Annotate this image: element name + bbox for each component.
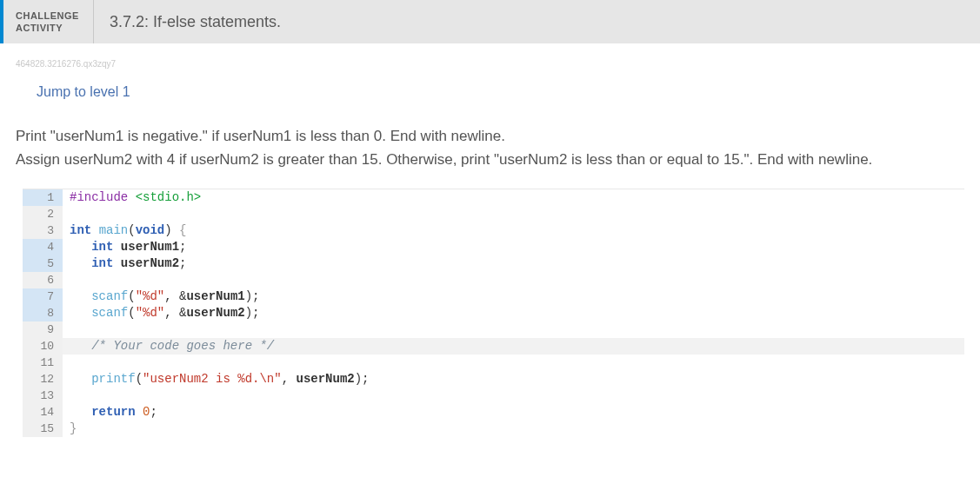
line-number: 12 [23, 371, 63, 388]
line-number: 5 [23, 255, 63, 272]
instruction-line-2: Assign userNum2 with 4 if userNum2 is gr… [16, 148, 963, 171]
code-line[interactable]: 1#include <stdio.h> [23, 189, 964, 206]
code-text[interactable]: scanf("%d", &userNum2); [63, 305, 964, 321]
code-line[interactable]: 6 [23, 272, 964, 288]
line-number: 15 [23, 421, 63, 437]
code-text[interactable] [63, 388, 964, 404]
code-text[interactable]: return 0; [63, 404, 964, 421]
code-line[interactable]: 8 scanf("%d", &userNum2); [23, 305, 964, 321]
line-number: 2 [23, 206, 63, 222]
line-number: 8 [23, 305, 63, 321]
activity-label-l1: CHALLENGE [16, 10, 79, 22]
code-text[interactable]: #include <stdio.h> [63, 189, 964, 206]
code-line[interactable]: 3int main(void) { [23, 222, 964, 239]
activity-title: 3.7.2: If-else statements. [94, 0, 297, 43]
code-line[interactable]: 2 [23, 206, 964, 222]
code-line[interactable]: 7 scanf("%d", &userNum1); [23, 288, 964, 305]
line-number: 10 [23, 338, 63, 355]
line-number: 1 [23, 189, 63, 206]
line-number: 3 [23, 222, 63, 239]
line-number: 6 [23, 272, 63, 288]
code-line[interactable]: 5 int userNum2; [23, 255, 964, 272]
line-number: 4 [23, 239, 63, 255]
code-line[interactable]: 15} [23, 421, 964, 437]
code-text[interactable]: int userNum2; [63, 255, 964, 272]
line-number: 9 [23, 321, 63, 338]
code-text[interactable] [63, 321, 964, 338]
code-text[interactable]: printf("userNum2 is %d.\n", userNum2); [63, 371, 964, 388]
code-line[interactable]: 14 return 0; [23, 404, 964, 421]
line-number: 7 [23, 288, 63, 305]
instructions-text: Print "userNum1 is negative." if userNum… [0, 124, 980, 171]
content-area: 464828.3216276.qx3zqy7 Jump to level 1 P… [0, 43, 980, 437]
code-line[interactable]: 13 [23, 388, 964, 404]
instruction-line-1: Print "userNum1 is negative." if userNum… [16, 124, 963, 148]
code-line[interactable]: 12 printf("userNum2 is %d.\n", userNum2)… [23, 371, 964, 388]
activity-label-l2: ACTIVITY [16, 22, 79, 34]
jump-to-level-link[interactable]: Jump to level 1 [37, 84, 130, 99]
code-text[interactable]: int main(void) { [63, 222, 964, 239]
jump-link-container: Jump to level 1 [0, 84, 980, 100]
code-line[interactable]: 10 /* Your code goes here */ [23, 338, 964, 355]
code-text[interactable]: int userNum1; [63, 239, 964, 255]
code-text[interactable] [63, 355, 964, 371]
activity-header: CHALLENGE ACTIVITY 3.7.2: If-else statem… [0, 0, 980, 43]
line-number: 13 [23, 388, 63, 404]
code-line[interactable]: 11 [23, 355, 964, 371]
code-text[interactable] [63, 272, 964, 288]
code-line[interactable]: 4 int userNum1; [23, 239, 964, 255]
activity-type-label: CHALLENGE ACTIVITY [3, 0, 94, 43]
code-text[interactable] [63, 206, 964, 222]
code-editor[interactable]: 1#include <stdio.h>23int main(void) {4 i… [23, 189, 964, 437]
line-number: 14 [23, 404, 63, 421]
line-number: 11 [23, 355, 63, 371]
activity-hash: 464828.3216276.qx3zqy7 [0, 59, 980, 69]
code-line[interactable]: 9 [23, 321, 964, 338]
code-text[interactable]: /* Your code goes here */ [63, 338, 964, 355]
code-text[interactable]: } [63, 421, 964, 437]
code-text[interactable]: scanf("%d", &userNum1); [63, 288, 964, 305]
